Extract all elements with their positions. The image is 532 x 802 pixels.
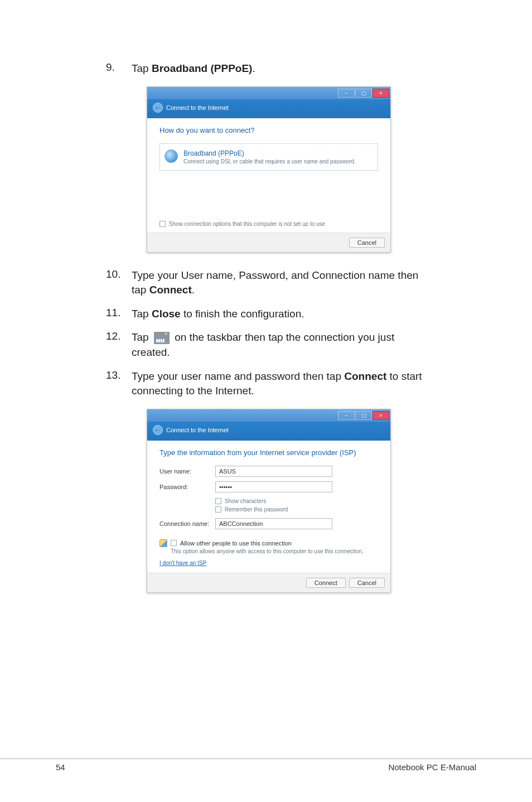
step-13-text: Type your user name and password then ta…	[132, 369, 432, 399]
password-input[interactable]: ••••••	[215, 481, 332, 492]
connect-button[interactable]: Connect	[306, 578, 346, 588]
close-button[interactable]: ×	[373, 89, 389, 98]
dialog2-form: User name: ASUS Password: •••••• Show ch…	[147, 466, 390, 536]
remember-password-checkbox[interactable]	[215, 506, 221, 513]
cancel-button[interactable]: Cancel	[349, 578, 385, 588]
dialog2-titlebar: – ▢ ×	[147, 409, 390, 422]
show-options-row[interactable]: Show connection options that this comput…	[147, 219, 390, 233]
step-12-num: 12.	[106, 330, 132, 360]
connection-name-row: Connection name: ABCConnection	[159, 518, 378, 529]
step-10: 10. Type your User name, Password, and C…	[106, 268, 432, 298]
close-button[interactable]: ×	[373, 411, 389, 420]
connection-name-label: Connection name:	[159, 520, 215, 527]
manual-title: Notebook PC E-Manual	[388, 762, 476, 772]
dialog2-header: ← Connect to the Internet	[147, 422, 390, 441]
connection-name-input[interactable]: ABCConnection	[215, 518, 332, 529]
dialog1-crumb: Connect to the Internet	[166, 104, 229, 111]
dialog2-footer: Connect Cancel	[147, 573, 390, 592]
dialog1-footer: Cancel	[147, 233, 390, 252]
page-footer: 54 Notebook PC E-Manual	[0, 758, 532, 772]
no-isp-link[interactable]: I don't have an ISP	[147, 558, 390, 573]
dialog2-heading: Type the information from your Internet …	[147, 441, 390, 461]
username-input[interactable]: ASUS	[215, 466, 332, 477]
cancel-button[interactable]: Cancel	[349, 238, 385, 248]
back-button[interactable]: ←	[153, 425, 163, 435]
username-label: User name:	[159, 468, 215, 475]
step-9-num: 9.	[106, 61, 132, 76]
step-13-num: 13.	[106, 369, 132, 399]
allow-others-label: Allow other people to use this connectio…	[180, 540, 292, 547]
dialog1-titlebar: – ▢ ×	[147, 87, 390, 99]
step-10-num: 10.	[106, 268, 132, 298]
maximize-button[interactable]: ▢	[355, 89, 372, 98]
show-characters-label: Show characters	[225, 498, 266, 504]
step-12: 12. Tap on the taskbar then tap the conn…	[106, 330, 432, 360]
allow-others-row[interactable]: Allow other people to use this connectio…	[147, 536, 390, 547]
remember-password-row[interactable]: Remember this password	[215, 505, 378, 514]
broadband-option-sub: Connect using DSL or cable that requires…	[183, 158, 372, 165]
minimize-button[interactable]: –	[338, 411, 355, 420]
maximize-button[interactable]: ▢	[355, 411, 372, 420]
globe-icon	[165, 149, 178, 163]
network-taskbar-icon	[154, 332, 170, 344]
step-9-text: Tap Broadband (PPPoE).	[132, 61, 255, 76]
password-label: Password:	[159, 484, 215, 490]
page-number: 54	[56, 762, 65, 772]
show-options-label: Show connection options that this comput…	[169, 221, 325, 227]
step-11-text: Tap Close to finish the configuration.	[132, 307, 304, 322]
shield-icon	[159, 539, 167, 547]
broadband-option-title: Broadband (PPPoE)	[183, 149, 372, 157]
dialog1-header: ← Connect to the Internet	[147, 99, 390, 118]
step-11: 11. Tap Close to finish the configuratio…	[106, 307, 432, 322]
step-12-text: Tap on the taskbar then tap the connecti…	[132, 330, 432, 360]
allow-others-checkbox[interactable]	[171, 540, 177, 546]
dialog2-crumb: Connect to the Internet	[166, 427, 229, 433]
back-button[interactable]: ←	[153, 103, 163, 113]
minimize-button[interactable]: –	[338, 89, 355, 98]
allow-others-desc: This option allows anyone with access to…	[147, 547, 390, 558]
username-row: User name: ASUS	[159, 466, 378, 477]
step-9: 9. Tap Broadband (PPPoE).	[106, 61, 432, 76]
step-13: 13. Type your user name and password the…	[106, 369, 432, 399]
step-10-text: Type your User name, Password, and Conne…	[132, 268, 432, 298]
connect-dialog-1: – ▢ × ← Connect to the Internet How do y…	[147, 86, 391, 253]
show-characters-checkbox[interactable]	[215, 498, 221, 504]
show-characters-row[interactable]: Show characters	[215, 497, 378, 505]
dialog1-heading: How do you want to connect?	[147, 118, 390, 139]
show-options-checkbox[interactable]	[159, 221, 166, 227]
remember-password-label: Remember this password	[225, 506, 288, 513]
step-11-num: 11.	[106, 307, 132, 322]
password-row: Password: ••••••	[159, 481, 378, 492]
connect-dialog-2: – ▢ × ← Connect to the Internet Type the…	[147, 409, 391, 593]
broadband-option[interactable]: Broadband (PPPoE) Connect using DSL or c…	[159, 143, 378, 171]
